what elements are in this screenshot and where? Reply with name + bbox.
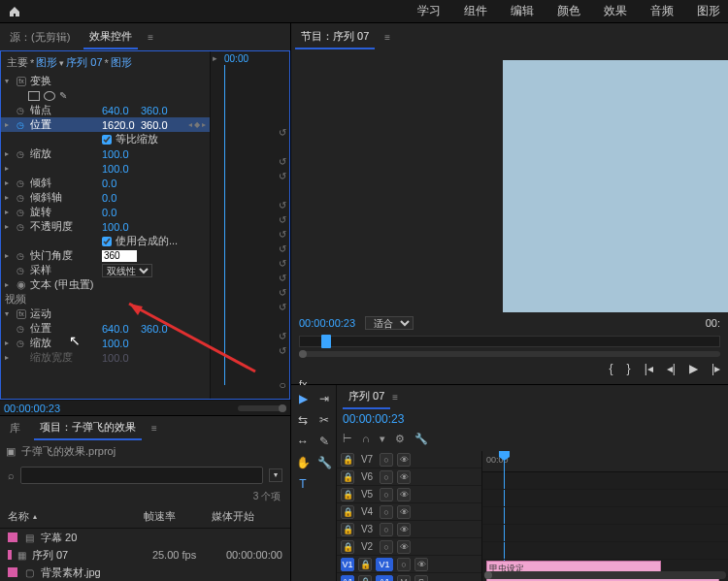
- mask-rect-icon[interactable]: [28, 91, 40, 101]
- track-eye-icon[interactable]: 👁: [414, 558, 428, 571]
- track-eye-icon[interactable]: 👁: [397, 488, 411, 501]
- hand-tool-icon[interactable]: ✋: [295, 455, 311, 470]
- fx-text-group[interactable]: 文本 (甲虫置): [30, 277, 206, 292]
- stopwatch-icon[interactable]: ◷: [17, 178, 26, 188]
- track-solo-icon[interactable]: S: [414, 575, 428, 582]
- project-item[interactable]: ▦序列 0725.00 fps00:00:00:00: [0, 546, 290, 564]
- fx-motion[interactable]: 运动: [30, 307, 98, 321]
- nav-color[interactable]: 颜色: [557, 3, 580, 19]
- track-lock-icon[interactable]: 🔒: [341, 505, 354, 519]
- track-eye-icon[interactable]: 👁: [397, 523, 411, 536]
- stopwatch-icon[interactable]: ◷: [17, 193, 26, 203]
- timeline-ruler[interactable]: 00:00: [482, 451, 728, 472]
- stopwatch-icon[interactable]: ◷: [17, 106, 26, 115]
- track-toggle-icon[interactable]: ○: [397, 558, 411, 571]
- reset-icon[interactable]: ↺: [278, 258, 287, 268]
- program-tc[interactable]: 00:00:00:23: [299, 317, 355, 329]
- keyframe-nav[interactable]: ◂ ◆ ▸: [188, 120, 206, 129]
- reset-icon[interactable]: ↺: [278, 214, 287, 224]
- panel-menu-icon[interactable]: ≡: [392, 392, 398, 403]
- shutter-value-input[interactable]: [102, 250, 137, 262]
- search-input[interactable]: [20, 467, 263, 484]
- track-eye-icon[interactable]: 👁: [397, 540, 411, 554]
- play-icon[interactable]: ▶: [689, 362, 698, 375]
- track-lock-icon[interactable]: 🔒: [341, 540, 354, 554]
- mini-playhead[interactable]: [224, 65, 225, 385]
- stopwatch-icon[interactable]: ◷: [17, 222, 26, 232]
- slip-tool-icon[interactable]: ↔: [295, 434, 311, 449]
- reset-icon[interactable]: ↺: [278, 287, 287, 297]
- library-tab[interactable]: 库: [4, 417, 26, 439]
- nav-graphics[interactable]: 图形: [697, 3, 720, 19]
- reset-icon[interactable]: ↺: [278, 127, 287, 137]
- reset-icon[interactable]: ↺: [278, 229, 287, 239]
- program-scrubber[interactable]: [299, 336, 720, 347]
- project-tab[interactable]: 项目：子弹飞的效果: [34, 416, 142, 440]
- panel-menu-icon[interactable]: ≡: [148, 32, 153, 43]
- fx-transform[interactable]: 变换: [30, 74, 98, 88]
- track-lock-icon[interactable]: 🔒: [341, 488, 354, 501]
- mask-ellipse-icon[interactable]: [44, 91, 55, 101]
- sampling-select[interactable]: 双线性: [102, 264, 152, 277]
- track-toggle-icon[interactable]: ○: [380, 470, 393, 484]
- timeline-zoom-bar[interactable]: [484, 571, 726, 579]
- program-canvas[interactable]: [503, 60, 728, 312]
- nav-assembly[interactable]: 组件: [464, 3, 487, 19]
- current-timecode[interactable]: 00:00:00:23: [4, 403, 60, 414]
- step-back-icon[interactable]: ◂|: [667, 362, 676, 375]
- sequence-tc[interactable]: 00:00:00:23: [343, 412, 404, 426]
- project-item[interactable]: ▢背景素材.jpg: [0, 564, 290, 581]
- go-in-icon[interactable]: |◂: [645, 362, 653, 375]
- nav-effects[interactable]: 效果: [604, 3, 627, 19]
- track-eye-icon[interactable]: 👁: [397, 470, 411, 484]
- col-name[interactable]: 名称: [8, 509, 29, 524]
- col-framerate[interactable]: 帧速率: [144, 509, 212, 524]
- track-toggle-icon[interactable]: ○: [380, 540, 393, 554]
- scroll-handle[interactable]: ○: [278, 378, 287, 388]
- track-lock-icon[interactable]: 🔒: [358, 575, 372, 582]
- nav-audio[interactable]: 音频: [650, 3, 674, 19]
- reset-icon[interactable]: ↺: [278, 156, 287, 166]
- stopwatch-icon[interactable]: ◷: [17, 251, 26, 261]
- reset-icon[interactable]: ↺: [278, 345, 287, 355]
- nav-editing[interactable]: 编辑: [511, 3, 534, 19]
- stopwatch-icon[interactable]: ◷: [17, 324, 26, 334]
- stopwatch-icon[interactable]: ◷: [17, 149, 26, 159]
- mark-out-icon[interactable]: }: [627, 362, 631, 375]
- reset-icon[interactable]: ↺: [278, 331, 287, 340]
- selection-tool-icon[interactable]: ▶: [295, 391, 311, 406]
- reset-icon[interactable]: ↺: [278, 200, 287, 210]
- mark-in-icon[interactable]: {: [610, 362, 613, 375]
- project-item[interactable]: ▤字幕 20: [0, 529, 290, 546]
- track-lock-icon[interactable]: 🔒: [358, 558, 372, 571]
- track-eye-icon[interactable]: 👁: [397, 505, 411, 519]
- home-icon[interactable]: [8, 5, 21, 18]
- settings-icon[interactable]: ⚙: [395, 433, 405, 445]
- track-mute-icon[interactable]: M: [397, 575, 411, 582]
- wrench-tool-icon[interactable]: 🔧: [316, 455, 332, 470]
- track-lock-icon[interactable]: 🔒: [341, 523, 354, 536]
- reset-icon[interactable]: ↺: [278, 273, 287, 282]
- source-patch[interactable]: A1: [341, 575, 354, 582]
- scroll-handle[interactable]: [299, 350, 307, 358]
- zoom-fit-select[interactable]: 适合: [365, 316, 414, 330]
- sequence-tab[interactable]: 序列 07: [343, 385, 390, 409]
- sort-icon[interactable]: ▴: [33, 512, 37, 521]
- track-select-tool-icon[interactable]: ⇥: [316, 391, 332, 406]
- step-fwd-icon[interactable]: |▸: [711, 362, 720, 375]
- scale-lock-checkbox[interactable]: [102, 135, 112, 145]
- program-tab[interactable]: 节目：序列 07: [295, 25, 375, 49]
- track-toggle-icon[interactable]: ○: [380, 505, 393, 519]
- panel-menu-icon[interactable]: ≡: [384, 32, 390, 43]
- label-swatch[interactable]: [8, 567, 17, 577]
- snap-icon[interactable]: ⊢: [343, 433, 352, 445]
- marker-icon[interactable]: ▾: [380, 433, 385, 445]
- source-patch[interactable]: V1: [341, 558, 354, 571]
- track-lock-icon[interactable]: 🔒: [341, 470, 354, 484]
- razor-tool-icon[interactable]: ✂: [316, 412, 332, 428]
- type-tool-icon[interactable]: T: [295, 476, 311, 492]
- stopwatch-icon[interactable]: ◷: [17, 120, 26, 130]
- ripple-tool-icon[interactable]: ⇆: [295, 412, 311, 428]
- stopwatch-icon[interactable]: ◷: [17, 339, 26, 348]
- effect-controls-tab[interactable]: 效果控件: [83, 25, 138, 49]
